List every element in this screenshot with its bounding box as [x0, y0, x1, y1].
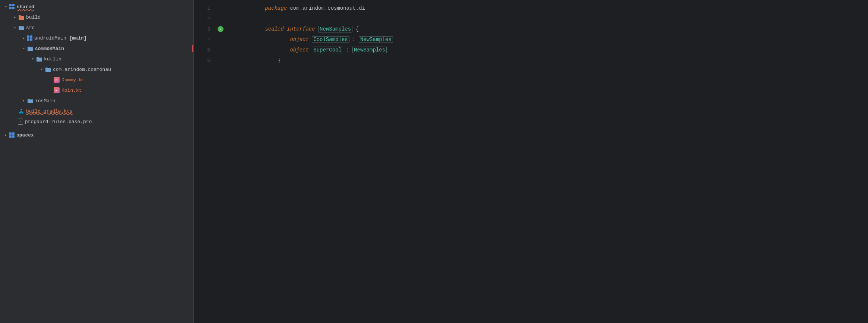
folder-icon-package	[45, 66, 51, 73]
tree-item-shared[interactable]: shared	[0, 1, 193, 12]
token-object2: object	[290, 47, 308, 53]
chevron-build	[12, 14, 18, 20]
line-content-6: }	[225, 51, 281, 69]
line-num-6: 6	[194, 58, 216, 63]
token-NewSamples-3: NewSamples	[352, 47, 387, 53]
tree-item-proguard[interactable]: ≡ progaurd-rules.base.pro	[0, 116, 193, 127]
code-content-area: 1 package com.arindom.cosmonaut.di 2 3 ↓…	[194, 0, 868, 69]
folder-icon-src	[18, 24, 25, 31]
token-closebrace: }	[265, 57, 281, 63]
file-tree: shared build src	[0, 0, 194, 323]
chevron-kotlin	[30, 56, 36, 62]
tree-item-spacex[interactable]: spacex	[0, 130, 193, 140]
svg-rect-7	[30, 38, 32, 41]
svg-point-10	[21, 109, 22, 110]
tree-item-commonMain[interactable]: commonMain	[0, 43, 193, 54]
tree-item-androidMain[interactable]: androidMain [main]	[0, 33, 193, 43]
tree-label-kotlin: kotlin	[44, 56, 61, 62]
module-icon-shared	[9, 4, 15, 10]
svg-rect-6	[27, 38, 29, 41]
line-num-1: 1	[194, 6, 216, 11]
code-line-5: 5 object SuperCool : NewSamples	[194, 45, 868, 55]
token-colon2: :	[343, 47, 352, 53]
tree-label-spacex: spacex	[16, 132, 34, 138]
tree-label-proguard: progaurd-rules.base.pro	[25, 119, 92, 125]
chevron-iosMain	[21, 98, 27, 104]
kotlin-file-icon-koin: K	[54, 87, 60, 93]
gradle-icon	[18, 108, 25, 115]
tree-item-src[interactable]: src	[0, 22, 193, 33]
tree-item-dummy-kt[interactable]: K Dummy.kt	[0, 75, 193, 85]
tree-item-iosMain[interactable]: iosMain	[0, 95, 193, 106]
gutter-run-icon[interactable]: ↓	[218, 26, 224, 32]
folder-icon-kotlin	[36, 56, 42, 62]
svg-rect-13	[9, 135, 12, 138]
svg-rect-12	[12, 132, 15, 135]
chevron-commonMain	[21, 46, 27, 51]
tree-item-koin-kt[interactable]: K Koin.kt	[0, 85, 193, 95]
tree-item-build[interactable]: build	[0, 12, 193, 22]
tree-label-src: src	[26, 25, 35, 31]
tree-label-iosMain: iosMain	[35, 98, 56, 104]
chevron-spacex	[3, 132, 9, 138]
svg-rect-0	[9, 4, 12, 6]
kotlin-file-icon-dummy: K	[54, 77, 60, 83]
tree-label-androidMain: androidMain [main]	[34, 35, 86, 41]
token-keyword: package	[265, 5, 287, 11]
svg-rect-5	[30, 35, 32, 38]
svg-rect-3	[12, 7, 15, 9]
folder-icon-build	[18, 14, 25, 21]
tree-item-build-gradle[interactable]: build.gradle.kts	[0, 106, 193, 116]
line-gutter-3: ↓	[216, 26, 225, 32]
folder-icon-iosMain	[27, 97, 34, 104]
chevron-androidMain	[21, 35, 27, 41]
code-line-1: 1 package com.arindom.cosmonaut.di	[194, 3, 868, 13]
tree-label-koin-kt: Koin.kt	[61, 88, 82, 93]
svg-rect-11	[9, 132, 12, 135]
tree-label-commonMain: commonMain	[35, 46, 64, 51]
token-SuperCool: SuperCool	[312, 47, 343, 53]
svg-rect-4	[27, 35, 29, 38]
chevron-package	[39, 66, 45, 72]
svg-rect-14	[12, 135, 15, 138]
tree-item-package[interactable]: com.arindom.cosmonau	[0, 64, 193, 75]
svg-rect-2	[9, 7, 12, 9]
chevron-shared	[3, 4, 9, 10]
folder-icon-commonMain	[27, 45, 34, 52]
tree-label-package: com.arindom.cosmonau	[53, 67, 111, 72]
line-num-2: 2	[194, 16, 216, 22]
line-num-5: 5	[194, 47, 216, 53]
tree-label-shared: shared	[17, 4, 34, 10]
line-num-4: 4	[194, 37, 216, 43]
code-editor[interactable]: 1 package com.arindom.cosmonaut.di 2 3 ↓…	[194, 0, 868, 323]
token-normal: com.arindom.cosmonaut.di	[287, 5, 365, 11]
tree-label-build-gradle: build.gradle.kts	[26, 109, 73, 114]
text-file-icon: ≡	[18, 119, 23, 125]
tree-item-kotlin[interactable]: kotlin	[0, 54, 193, 64]
tree-label-dummy-kt: Dummy.kt	[61, 77, 85, 83]
svg-rect-1	[12, 4, 15, 6]
module-icon-androidMain	[27, 35, 33, 41]
token-space4	[309, 47, 312, 53]
line-num-3: 3	[194, 26, 216, 32]
error-indicator-commonMain	[192, 45, 193, 52]
module-icon-spacex	[9, 132, 15, 138]
chevron-src	[12, 25, 18, 31]
tree-label-build: build	[26, 15, 41, 20]
line-content-1: package com.arindom.cosmonaut.di	[225, 0, 365, 17]
